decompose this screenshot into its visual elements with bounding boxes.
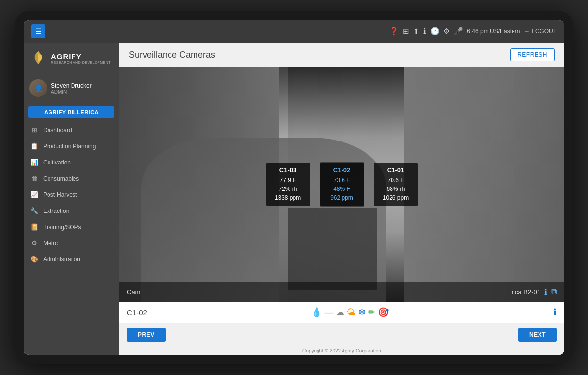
logo-area: AGRIFY RESEARCH AND DEVELOPMENT: [24, 43, 119, 74]
top-bar-left: ☰: [31, 24, 45, 38]
user-name: Steven Drucker: [51, 82, 92, 89]
cam-co2-left: 1338 ppm: [273, 193, 303, 202]
cam-temp-left: 77.9 F: [273, 176, 303, 185]
avatar: 👤: [29, 79, 47, 97]
cam-id-left: C1-03: [273, 166, 303, 174]
bottom-navigation: PREV NEXT: [119, 323, 564, 347]
cam-co2-center: 962 ppm: [327, 193, 357, 202]
cam-id-center: C1-02: [327, 166, 357, 174]
settings-icon[interactable]: ⚙: [443, 27, 450, 36]
sidebar-item-extraction[interactable]: 🔧 Extraction: [24, 203, 119, 219]
prev-button[interactable]: PREV: [127, 328, 166, 342]
sensor-icon-3: ☁: [336, 307, 344, 318]
camera-overlay: C1-03 77.9 F 72% rh 1338 ppm C1-02 73.6 …: [119, 67, 564, 302]
sensor-icon-5: ❄: [358, 307, 366, 318]
top-bar: ☰ ❓ ⊞ ⬆ ℹ 🕐 ⚙ 🎤 6:46 pm US/Eastern → LOG…: [24, 20, 564, 43]
main-layout: AGRIFY RESEARCH AND DEVELOPMENT 👤 Steven…: [24, 43, 564, 355]
user-role: ADMIN: [51, 89, 92, 94]
location-button[interactable]: AGRIFY BILLERICA: [28, 106, 114, 118]
avatar-placeholder: 👤: [29, 79, 47, 97]
sensor-icon-6: ✏: [368, 307, 375, 318]
logo-icon: [29, 49, 47, 67]
sidebar-item-consumables-label: Consumables: [43, 175, 79, 182]
camera-label-left: Cam: [127, 288, 140, 296]
info-icon[interactable]: ℹ: [423, 27, 426, 36]
camera-area: C1-03 77.9 F 72% rh 1338 ppm C1-02 73.6 …: [119, 67, 564, 323]
user-info: Steven Drucker ADMIN: [51, 82, 92, 94]
copyright-text: Copyright © 2022 Agrify Corporation: [119, 347, 564, 355]
camera-label-bar: Cam rica B2-01 ℹ ⧉: [119, 282, 564, 302]
production-planning-icon: 📋: [30, 142, 38, 150]
logout-arrow-icon: →: [524, 28, 530, 35]
page-title: Surveillance Cameras: [129, 50, 215, 60]
sensor-icon-2: —: [324, 307, 333, 318]
cam-detail-info-icon[interactable]: ℹ: [553, 307, 557, 318]
content-area: Surveillance Cameras REFRESH: [119, 43, 564, 355]
clock-icon[interactable]: 🕐: [430, 27, 440, 36]
camera-name-label: C1-02: [127, 308, 147, 317]
cam-humidity-left: 72% rh: [273, 185, 303, 193]
logo-text-area: AGRIFY RESEARCH AND DEVELOPMENT: [51, 52, 111, 64]
tablet-frame: ☰ ❓ ⊞ ⬆ ℹ 🕐 ⚙ 🎤 6:46 pm US/Eastern → LOG…: [15, 11, 573, 364]
cam-co2-right: 1026 ppm: [381, 193, 411, 202]
content-header: Surveillance Cameras REFRESH: [119, 43, 564, 67]
top-bar-icons: ❓ ⊞ ⬆ ℹ 🕐 ⚙ 🎤 6:46 pm US/Eastern → LOGOU…: [390, 27, 557, 36]
grid-icon[interactable]: ⊞: [403, 27, 409, 36]
sidebar-item-administration[interactable]: 🎨 Administration: [24, 251, 119, 267]
sidebar-item-extraction-label: Extraction: [43, 208, 69, 214]
sidebar-item-training-sops-label: Training/SOPs: [43, 224, 81, 231]
sidebar: AGRIFY RESEARCH AND DEVELOPMENT 👤 Steven…: [24, 43, 119, 355]
mic-icon[interactable]: 🎤: [454, 27, 463, 36]
sidebar-item-post-harvest[interactable]: 📈 Post-Harvest: [24, 187, 119, 203]
help-icon[interactable]: ❓: [390, 27, 399, 36]
logout-button[interactable]: → LOGOUT: [524, 28, 557, 35]
sidebar-item-administration-label: Administration: [43, 256, 80, 263]
cultivation-icon: 📊: [30, 159, 38, 166]
camera-info-center: C1-02 73.6 F 48% F 962 ppm: [320, 162, 364, 207]
camera-room-label: rica B2-01: [512, 288, 540, 296]
sensor-icon-7: 🎯: [378, 307, 389, 318]
sidebar-item-post-harvest-label: Post-Harvest: [43, 191, 77, 198]
camera-info-left: C1-03 77.9 F 72% rh 1338 ppm: [266, 163, 310, 206]
menu-button[interactable]: ☰: [31, 24, 45, 38]
administration-icon: 🎨: [30, 256, 38, 263]
camera-viewport: C1-03 77.9 F 72% rh 1338 ppm C1-02 73.6 …: [119, 67, 564, 302]
upload-icon[interactable]: ⬆: [413, 27, 419, 36]
sensor-icon-4: 🌤: [347, 307, 356, 318]
sidebar-item-metrc[interactable]: ⚙ Metrc: [24, 235, 119, 251]
dashboard-icon: ⊞: [30, 126, 38, 134]
sidebar-item-production-planning[interactable]: 📋 Production Planning: [24, 138, 119, 154]
cam-id-right: C1-01: [381, 166, 411, 174]
cam-humidity-right: 68% rh: [381, 185, 411, 193]
tablet-screen: ☰ ❓ ⊞ ⬆ ℹ 🕐 ⚙ 🎤 6:46 pm US/Eastern → LOG…: [24, 20, 564, 355]
sidebar-item-consumables[interactable]: 🗑 Consumables: [24, 170, 119, 187]
user-area: 👤 Steven Drucker ADMIN: [24, 74, 119, 102]
sidebar-item-dashboard[interactable]: ⊞ Dashboard: [24, 122, 119, 138]
cam-temp-center: 73.6 F: [327, 176, 357, 185]
sidebar-item-dashboard-label: Dashboard: [43, 127, 72, 134]
camera-info-icon[interactable]: ℹ: [544, 287, 547, 297]
logo-name: AGRIFY: [51, 52, 111, 61]
time-display: 6:46 pm US/Eastern: [467, 28, 520, 35]
logo-container: AGRIFY RESEARCH AND DEVELOPMENT: [29, 49, 113, 67]
sidebar-item-cultivation-label: Cultivation: [43, 159, 71, 166]
camera-expand-icon[interactable]: ⧉: [551, 287, 557, 296]
sidebar-item-training-sops[interactable]: 📔 Training/SOPs: [24, 219, 119, 235]
logo-subtitle: RESEARCH AND DEVELOPMENT: [51, 61, 111, 64]
cam-humidity-center: 48% F: [327, 185, 357, 193]
consumables-icon: 🗑: [30, 175, 38, 182]
camera-info-right: C1-01 70.6 F 68% rh 1026 ppm: [374, 163, 418, 206]
cam-temp-right: 70.6 F: [381, 176, 411, 185]
next-button[interactable]: NEXT: [518, 328, 557, 342]
camera-info-panel: C1-02 💧 — ☁ 🌤 ❄ ✏ 🎯 ℹ: [119, 302, 564, 323]
refresh-button[interactable]: REFRESH: [510, 48, 555, 61]
metrc-icon: ⚙: [30, 239, 38, 247]
training-icon: 📔: [30, 223, 38, 231]
sidebar-item-production-planning-label: Production Planning: [43, 143, 96, 150]
extraction-icon: 🔧: [30, 207, 38, 214]
nav-menu: ⊞ Dashboard 📋 Production Planning 📊 Cult…: [24, 122, 119, 267]
sidebar-item-cultivation[interactable]: 📊 Cultivation: [24, 154, 119, 170]
post-harvest-icon: 📈: [30, 191, 38, 198]
camera-status-icons: 💧 — ☁ 🌤 ❄ ✏ 🎯: [311, 307, 389, 318]
sensor-icon-1: 💧: [311, 307, 322, 318]
